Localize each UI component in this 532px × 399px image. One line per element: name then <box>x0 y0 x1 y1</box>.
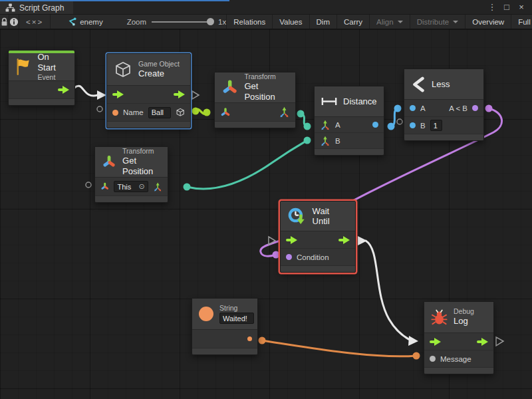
b-value-input[interactable] <box>430 120 442 131</box>
object-picker-icon[interactable]: ⊙ <box>138 182 144 191</box>
cube-icon <box>114 61 132 79</box>
node-debug-log[interactable]: Debug Log Message <box>424 301 494 374</box>
string-output-port[interactable] <box>247 336 252 341</box>
less-a-port[interactable] <box>410 105 416 111</box>
node-on-start-event[interactable]: On Start Event <box>8 50 75 106</box>
flow-out-port[interactable] <box>58 86 69 94</box>
dim-button[interactable]: Dim <box>310 15 337 29</box>
lock-button[interactable] <box>0 15 9 29</box>
align-label: Align <box>376 18 394 26</box>
code-icon: <×> <box>26 18 43 26</box>
port-row: A <box>315 117 384 133</box>
target-field[interactable]: This ⊙ <box>114 181 148 192</box>
less-output-port[interactable] <box>472 105 478 111</box>
node-subtitle: Event <box>37 73 68 82</box>
lock-icon <box>0 17 9 27</box>
node-distance[interactable]: Distance A B <box>314 86 384 156</box>
zoom-slider[interactable] <box>152 21 213 23</box>
wire-getposition2-to-distance-b <box>187 140 307 189</box>
flow-row <box>281 231 355 249</box>
condition-port[interactable] <box>286 254 292 260</box>
more-menu-icon[interactable]: ⋮ <box>485 1 499 13</box>
node-header[interactable]: String <box>192 299 257 330</box>
graph-name: enemy <box>80 18 103 26</box>
flow-out-port[interactable] <box>477 338 488 346</box>
wire-waituntil-to-debuglog <box>366 241 411 340</box>
relations-button[interactable]: Relations <box>226 15 273 29</box>
node-header[interactable]: On Start Event <box>9 53 74 81</box>
overview-button[interactable]: Overview <box>466 15 511 29</box>
string-type-icon <box>199 307 213 321</box>
flow-in-port[interactable] <box>430 338 441 346</box>
flow-row <box>424 333 493 350</box>
node-header[interactable]: Game Object Create <box>107 54 190 86</box>
node-wait-until[interactable]: Wait Until Condition <box>280 201 356 273</box>
wire-getposition1-to-distance-a <box>301 114 307 126</box>
node-header[interactable]: Transform Get Position <box>215 72 295 103</box>
fullscreen-button[interactable]: Full Screen <box>511 15 532 29</box>
active-flow-marker <box>358 236 367 245</box>
string-value-input[interactable] <box>219 313 254 324</box>
node-footer <box>9 99 74 105</box>
distribute-button: Distribute <box>410 15 466 29</box>
result-label: A < B <box>449 104 467 112</box>
node-category: Game Object <box>138 60 180 68</box>
node-footer <box>281 266 355 272</box>
port-label: A <box>420 104 426 112</box>
info-button[interactable] <box>9 15 19 29</box>
transform-port-icon[interactable] <box>100 182 109 192</box>
node-string-literal[interactable]: String <box>192 298 258 355</box>
flow-in-port[interactable] <box>112 90 124 98</box>
carry-button[interactable]: Carry <box>337 15 370 29</box>
graph-reference[interactable]: enemy <box>68 15 103 29</box>
transform-port-icon[interactable] <box>220 107 231 118</box>
flow-in-port[interactable] <box>286 236 297 244</box>
node-get-position-bottom[interactable]: Transform Get Position This ⊙ <box>94 146 168 203</box>
zoom-slider-handle[interactable] <box>207 18 214 25</box>
node-header[interactable]: Debug Log <box>424 302 493 333</box>
less-b-port[interactable] <box>410 122 416 128</box>
message-port[interactable] <box>430 356 436 362</box>
graph-canvas[interactable]: On Start Event Game Object Creat <box>0 29 532 399</box>
node-footer <box>107 122 190 128</box>
node-header[interactable]: Wait Until <box>281 201 355 231</box>
node-title: Create <box>138 68 180 79</box>
vector3-port-icon[interactable] <box>320 120 331 130</box>
port-row: B <box>404 117 483 134</box>
info-icon <box>9 17 19 27</box>
code-view-button[interactable]: <×> <box>19 15 51 29</box>
port-row: Message <box>424 350 493 368</box>
node-create-game-object[interactable]: Game Object Create Name <box>106 53 191 128</box>
node-header[interactable]: Transform Get Position <box>95 147 168 178</box>
vector3-port-icon[interactable] <box>279 106 290 118</box>
vector3-port-icon[interactable] <box>153 182 162 192</box>
vector3-port-icon[interactable] <box>320 136 331 146</box>
unconnected-port-marker <box>86 182 91 188</box>
wire-arrowhead <box>408 336 418 346</box>
maximize-icon[interactable]: □ <box>500 1 513 13</box>
node-get-position-top[interactable]: Transform Get Position <box>214 72 296 128</box>
node-category: Transform <box>122 147 161 156</box>
name-value-input[interactable] <box>148 107 171 118</box>
port-row: This ⊙ <box>95 178 168 196</box>
node-less[interactable]: Less A A < B B <box>404 68 484 141</box>
tab-script-graph[interactable]: Script Graph <box>0 1 73 14</box>
node-header[interactable]: Distance <box>315 86 384 117</box>
wire-arrowhead <box>97 90 106 100</box>
script-graph-window: Script Graph ⋮ □ × <×> <box>0 0 532 399</box>
flow-out-port[interactable] <box>174 90 185 98</box>
node-footer <box>215 122 295 128</box>
distance-output-port[interactable] <box>372 122 378 128</box>
bug-icon <box>431 309 448 326</box>
values-button[interactable]: Values <box>273 15 309 29</box>
name-input-port[interactable] <box>112 110 118 116</box>
node-footer <box>404 134 483 140</box>
close-icon[interactable]: × <box>515 1 528 13</box>
port-label: B <box>335 137 340 145</box>
transform-icon <box>221 78 238 96</box>
flow-out-port[interactable] <box>338 236 350 244</box>
node-header[interactable]: Less <box>404 69 483 100</box>
node-title: Log <box>454 316 474 327</box>
port-row <box>215 103 295 122</box>
toolbar: <×> enemy Zoom 1x Relations Values Dim C… <box>0 15 532 29</box>
